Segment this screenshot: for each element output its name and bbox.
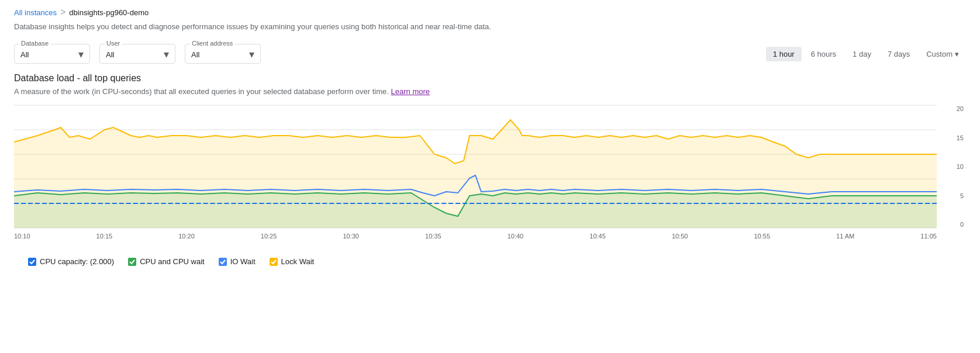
- x-label-1055: 10:55: [754, 233, 770, 240]
- chart-section: Database load - all top queries A measur…: [0, 73, 980, 271]
- x-label-1010: 10:10: [14, 233, 30, 240]
- legend-cpu-capacity: CPU capacity: (2.000): [28, 257, 114, 266]
- y-label-20: 20: [957, 105, 964, 112]
- user-dropdown[interactable]: User All ▾: [99, 44, 175, 64]
- x-label-11am: 11 AM: [836, 233, 854, 240]
- y-label-10: 10: [957, 163, 964, 170]
- y-label-15: 15: [957, 134, 964, 141]
- legend-cpu-wait: CPU and CPU wait: [128, 257, 205, 266]
- y-axis: 20 15 10 5 0: [937, 105, 966, 228]
- x-label-1020: 10:20: [178, 233, 195, 240]
- custom-label: Custom: [926, 50, 953, 58]
- x-label-1105: 11:05: [920, 233, 937, 240]
- legend-cpu-wait-checkbox[interactable]: [128, 258, 136, 266]
- legend-io-wait-label: IO Wait: [230, 257, 256, 266]
- breadcrumb-current: dbinsights-pg960-demo: [69, 8, 149, 17]
- time-btn-custom[interactable]: Custom ▾: [919, 47, 966, 61]
- controls-row: Database All ▾ User All ▾ Client address…: [0, 44, 980, 73]
- time-btn-6hours[interactable]: 6 hours: [804, 47, 843, 61]
- client-address-value: All: [191, 50, 199, 59]
- chart-svg: [14, 105, 937, 228]
- time-btn-1day[interactable]: 1 day: [846, 47, 878, 61]
- legend-cpu-wait-label: CPU and CPU wait: [140, 257, 205, 266]
- breadcrumb: All instances > dbinsights-pg960-demo: [14, 7, 966, 18]
- database-value: All: [20, 50, 29, 59]
- chart-subtitle: A measure of the work (in CPU-seconds) t…: [14, 87, 966, 96]
- breadcrumb-parent[interactable]: All instances: [14, 8, 57, 17]
- x-label-1050: 10:50: [672, 233, 688, 240]
- client-address-dropdown[interactable]: Client address All ▾: [185, 44, 261, 64]
- x-label-1030: 10:30: [343, 233, 359, 240]
- client-address-arrow-icon: ▾: [249, 48, 254, 61]
- legend-lock-wait: Lock Wait: [270, 257, 315, 266]
- database-dropdown[interactable]: Database All ▾: [14, 44, 90, 64]
- database-arrow-icon: ▾: [78, 48, 84, 61]
- time-controls: 1 hour 6 hours 1 day 7 days Custom ▾: [766, 47, 966, 61]
- custom-arrow-icon: ▾: [955, 50, 959, 58]
- time-btn-7days[interactable]: 7 days: [881, 47, 917, 61]
- x-label-1035: 10:35: [425, 233, 441, 240]
- user-arrow-icon: ▾: [164, 48, 169, 61]
- y-label-0: 0: [960, 221, 964, 228]
- x-axis: 10:10 10:15 10:20 10:25 10:30 10:35 10:4…: [14, 233, 937, 245]
- legend-io-wait-checkbox[interactable]: [219, 258, 227, 266]
- chart-container: 20 15 10 5 0 10:10 10:15 10:20 10:25 10:…: [14, 105, 966, 245]
- client-address-label: Client address: [190, 40, 234, 47]
- learn-more-link[interactable]: Learn more: [391, 87, 430, 96]
- breadcrumb-separator: >: [60, 7, 65, 18]
- x-label-1040: 10:40: [508, 233, 524, 240]
- chart-area: [14, 105, 937, 228]
- legend-cpu-capacity-checkbox[interactable]: [28, 258, 36, 266]
- legend: CPU capacity: (2.000) CPU and CPU wait I…: [14, 252, 966, 271]
- legend-lock-wait-checkbox[interactable]: [270, 258, 278, 266]
- user-label: User: [105, 40, 122, 47]
- legend-io-wait: IO Wait: [219, 257, 256, 266]
- x-label-1015: 10:15: [96, 233, 113, 240]
- x-label-1025: 10:25: [261, 233, 277, 240]
- database-label: Database: [19, 40, 50, 47]
- time-btn-1hour[interactable]: 1 hour: [766, 47, 802, 61]
- x-label-1045: 10:45: [589, 233, 606, 240]
- chart-title: Database load - all top queries: [14, 73, 966, 84]
- page-subtitle: Database insights helps you detect and d…: [14, 22, 966, 31]
- user-value: All: [106, 50, 114, 59]
- legend-cpu-capacity-label: CPU capacity: (2.000): [40, 257, 114, 266]
- y-label-5: 5: [960, 192, 964, 199]
- legend-lock-wait-label: Lock Wait: [281, 257, 315, 266]
